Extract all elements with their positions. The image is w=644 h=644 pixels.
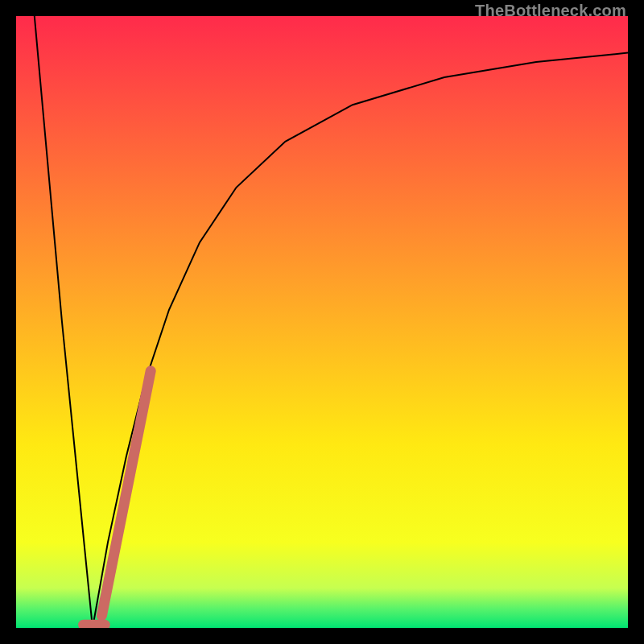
series-left-descent [35,16,93,628]
chart-container: TheBottleneck.com [0,0,644,644]
series-layer [16,16,628,628]
plot-area [16,16,628,628]
series-right-ascent [93,53,628,628]
watermark-text: TheBottleneck.com [475,2,626,20]
series-highlight-band [101,371,151,616]
